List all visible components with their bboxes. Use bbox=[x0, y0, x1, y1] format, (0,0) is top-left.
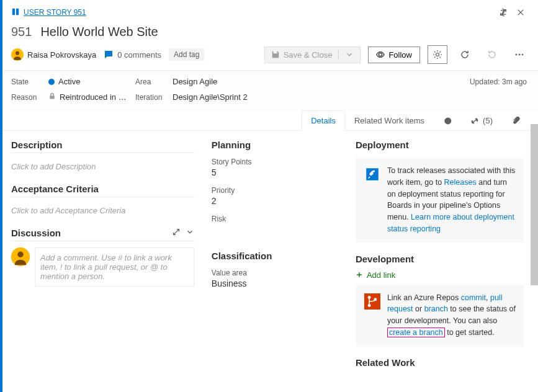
user-story-icon bbox=[11, 7, 20, 18]
close-button[interactable] bbox=[512, 4, 529, 21]
settings-button[interactable] bbox=[428, 45, 447, 64]
chevron-down-icon bbox=[345, 50, 354, 59]
rocket-icon bbox=[364, 165, 381, 235]
state-picker[interactable]: Active bbox=[48, 77, 135, 86]
development-heading: Development bbox=[356, 254, 524, 267]
assignee-picker[interactable]: Raisa Pokrovskaya bbox=[11, 48, 96, 61]
risk-field[interactable] bbox=[212, 223, 338, 238]
risk-label: Risk bbox=[212, 215, 338, 223]
commit-link[interactable]: commit bbox=[461, 293, 486, 302]
add-tag-button[interactable]: Add tag bbox=[169, 48, 204, 61]
lock-icon bbox=[48, 92, 56, 102]
breadcrumb: USER STORY 951 bbox=[11, 7, 86, 18]
related-work-heading: Related Work bbox=[356, 357, 524, 370]
avatar bbox=[11, 48, 24, 61]
breadcrumb-link[interactable]: USER STORY 951 bbox=[24, 8, 86, 17]
refresh-button[interactable] bbox=[455, 45, 475, 64]
tab-related-work-items[interactable]: Related Work items bbox=[345, 110, 434, 130]
discussion-heading: Discussion bbox=[11, 228, 61, 238]
svg-point-12 bbox=[368, 296, 371, 299]
comment-input[interactable]: Add a comment. Use # to link a work item… bbox=[35, 247, 194, 287]
svg-point-2 bbox=[379, 53, 382, 56]
more-actions-button[interactable] bbox=[509, 45, 529, 64]
undo-button[interactable] bbox=[482, 45, 502, 64]
expand-icon[interactable] bbox=[172, 228, 181, 238]
deployment-info-card: To track releases associated with this w… bbox=[356, 158, 524, 243]
story-points-field[interactable]: 5 bbox=[212, 166, 338, 181]
state-label: State bbox=[11, 78, 48, 86]
reason-label: Reason bbox=[11, 93, 48, 102]
deployment-heading: Deployment bbox=[356, 140, 524, 153]
area-label: Area bbox=[135, 78, 173, 86]
comments-count[interactable]: 0 comments bbox=[104, 50, 161, 60]
releases-link[interactable]: Releases bbox=[444, 178, 477, 187]
svg-point-13 bbox=[368, 304, 371, 307]
assignee-name: Raisa Pokrovskaya bbox=[27, 50, 96, 60]
description-input[interactable]: Click to add Description bbox=[11, 158, 194, 184]
svg-point-6 bbox=[522, 54, 524, 56]
collapse-icon[interactable] bbox=[186, 228, 194, 238]
branch-icon bbox=[364, 292, 381, 339]
scrollbar[interactable] bbox=[531, 124, 538, 285]
development-info-card: Link an Azure Repos commit, pull request… bbox=[356, 285, 524, 346]
tab-links[interactable]: (5) bbox=[461, 110, 502, 130]
acceptance-input[interactable]: Click to add Acceptance Criteria bbox=[11, 202, 194, 228]
classification-heading: Classification bbox=[212, 251, 338, 264]
create-branch-link[interactable]: create a branch bbox=[389, 328, 443, 337]
tab-details[interactable]: Details bbox=[302, 110, 345, 131]
work-item-id: 951 bbox=[11, 25, 32, 39]
value-area-field[interactable]: Business bbox=[212, 277, 338, 292]
planning-heading: Planning bbox=[212, 140, 338, 153]
iteration-picker[interactable]: Design Agile\Sprint 2 bbox=[173, 92, 297, 102]
work-item-title[interactable]: Hello World Web Site bbox=[40, 25, 158, 39]
svg-point-10 bbox=[373, 172, 374, 173]
add-link-button[interactable]: Add link bbox=[356, 270, 524, 280]
follow-button[interactable]: Follow bbox=[368, 47, 420, 63]
svg-point-4 bbox=[516, 54, 518, 56]
tab-history[interactable] bbox=[434, 110, 461, 130]
tab-attachments[interactable] bbox=[502, 110, 529, 130]
description-heading: Description bbox=[11, 140, 194, 153]
state-dot-icon bbox=[48, 79, 55, 85]
svg-point-9 bbox=[17, 252, 23, 257]
save-and-close-button[interactable]: Save & Close bbox=[264, 47, 361, 63]
priority-label: Priority bbox=[212, 186, 338, 195]
current-user-avatar bbox=[11, 247, 30, 266]
branch-link[interactable]: branch bbox=[424, 305, 448, 313]
value-area-label: Value area bbox=[212, 269, 338, 277]
reason-picker[interactable]: Reintroduced in … bbox=[48, 92, 135, 102]
acceptance-heading: Acceptance Criteria bbox=[11, 184, 194, 197]
updated-timestamp: Updated: 3m ago bbox=[297, 78, 529, 86]
svg-point-5 bbox=[519, 54, 521, 56]
area-picker[interactable]: Design Agile bbox=[173, 77, 297, 86]
svg-point-1 bbox=[16, 51, 19, 55]
priority-field[interactable]: 2 bbox=[212, 195, 338, 210]
story-points-label: Story Points bbox=[212, 158, 338, 166]
fullscreen-button[interactable] bbox=[495, 4, 512, 21]
svg-point-3 bbox=[436, 53, 439, 56]
iteration-label: Iteration bbox=[135, 93, 173, 102]
